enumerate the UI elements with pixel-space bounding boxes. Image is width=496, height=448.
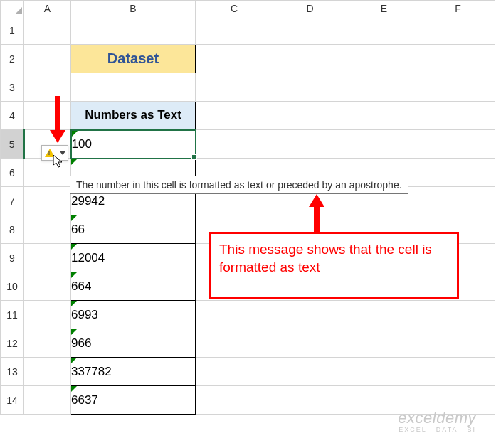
cell-B4-header[interactable]: Numbers as Text (71, 102, 196, 130)
watermark-sub: EXCEL · DATA · BI (398, 426, 476, 433)
cell-D5[interactable] (273, 130, 347, 159)
cell-F5[interactable] (421, 130, 495, 159)
cell-F6[interactable] (421, 159, 495, 187)
svg-marker-0 (53, 155, 62, 167)
cell-F12[interactable] (421, 329, 495, 358)
row-header-4[interactable]: 4 (1, 102, 24, 130)
cell-E3[interactable] (347, 73, 421, 102)
cell-E13[interactable] (347, 358, 421, 386)
cell-B9[interactable]: 12004 (71, 244, 196, 272)
row-header-7[interactable]: 7 (1, 187, 24, 215)
cell-B14[interactable]: 6637 (71, 386, 196, 415)
row-header-2[interactable]: 2 (1, 45, 24, 73)
error-tooltip: The number in this cell is formatted as … (70, 176, 408, 194)
cell-B5[interactable]: 100 (71, 130, 196, 159)
cell-A1[interactable] (24, 16, 71, 45)
select-all-corner[interactable] (1, 1, 24, 16)
cell-D3[interactable] (273, 73, 347, 102)
cell-A11[interactable] (24, 301, 71, 329)
cell-C3[interactable] (196, 73, 273, 102)
cell-D14[interactable] (273, 386, 347, 415)
row-header-11[interactable]: 11 (1, 301, 24, 329)
row-header-1[interactable]: 1 (1, 16, 24, 45)
cell-A2[interactable] (24, 45, 71, 73)
row-header-13[interactable]: 13 (1, 358, 24, 386)
row-header-14[interactable]: 14 (1, 386, 24, 415)
chevron-down-icon (60, 151, 65, 155)
cell-F4[interactable] (421, 102, 495, 130)
cell-E5[interactable] (347, 130, 421, 159)
row-header-6[interactable]: 6 (1, 159, 24, 187)
watermark-main: exceldemy (398, 409, 476, 427)
row-header-9[interactable]: 9 (1, 244, 24, 272)
cell-C4[interactable] (196, 102, 273, 130)
cell-D13[interactable] (273, 358, 347, 386)
cell-C1[interactable] (196, 16, 273, 45)
cell-D2[interactable] (273, 45, 347, 73)
cursor-icon (53, 155, 68, 169)
row-header-10[interactable]: 10 (1, 272, 24, 301)
red-arrow-down-icon (48, 96, 67, 143)
svg-marker-2 (50, 130, 65, 143)
cell-C14[interactable] (196, 386, 273, 415)
cell-E2[interactable] (347, 45, 421, 73)
cell-F3[interactable] (421, 73, 495, 102)
cell-E11[interactable] (347, 301, 421, 329)
cell-F1[interactable] (421, 16, 495, 45)
cell-B12[interactable]: 966 (71, 329, 196, 358)
svg-marker-3 (309, 194, 324, 207)
col-header-D[interactable]: D (273, 1, 347, 16)
cell-B11[interactable]: 6993 (71, 301, 196, 329)
cell-C5[interactable] (196, 130, 273, 159)
spreadsheet-grid: A B C D E F 1 2 Dataset 3 4 Numbers as T… (0, 0, 495, 415)
cell-A10[interactable] (24, 272, 71, 301)
cell-C12[interactable] (196, 329, 273, 358)
col-header-B[interactable]: B (71, 1, 196, 16)
cell-E4[interactable] (347, 102, 421, 130)
cell-C2[interactable] (196, 45, 273, 73)
watermark: exceldemy EXCEL · DATA · BI (398, 409, 476, 433)
col-header-A[interactable]: A (24, 1, 71, 16)
cell-F7[interactable] (421, 187, 495, 215)
cell-F13[interactable] (421, 358, 495, 386)
cell-C11[interactable] (196, 301, 273, 329)
cell-A13[interactable] (24, 358, 71, 386)
col-header-E[interactable]: E (347, 1, 421, 16)
red-arrow-up-icon (307, 194, 326, 234)
cell-D1[interactable] (273, 16, 347, 45)
cell-B13[interactable]: 337782 (71, 358, 196, 386)
cell-B10[interactable]: 664 (71, 272, 196, 301)
cell-B3[interactable] (71, 73, 196, 102)
row-header-3[interactable]: 3 (1, 73, 24, 102)
cell-D11[interactable] (273, 301, 347, 329)
cell-F2[interactable] (421, 45, 495, 73)
cell-E1[interactable] (347, 16, 421, 45)
cell-F11[interactable] (421, 301, 495, 329)
cell-D4[interactable] (273, 102, 347, 130)
cell-A12[interactable] (24, 329, 71, 358)
row-header-12[interactable]: 12 (1, 329, 24, 358)
cell-B8[interactable]: 66 (71, 215, 196, 244)
cell-E12[interactable] (347, 329, 421, 358)
cell-D12[interactable] (273, 329, 347, 358)
row-header-5[interactable]: 5 (1, 130, 24, 159)
annotation-callout: This message shows that the cell is form… (209, 232, 459, 299)
cell-B2-title[interactable]: Dataset (71, 45, 196, 73)
cell-A9[interactable] (24, 244, 71, 272)
row-header-8[interactable]: 8 (1, 215, 24, 244)
cell-A8[interactable] (24, 215, 71, 244)
col-header-C[interactable]: C (196, 1, 273, 16)
cell-A7[interactable] (24, 187, 71, 215)
cell-B1[interactable] (71, 16, 196, 45)
col-header-F[interactable]: F (421, 1, 495, 16)
cell-C13[interactable] (196, 358, 273, 386)
cell-A14[interactable] (24, 386, 71, 415)
